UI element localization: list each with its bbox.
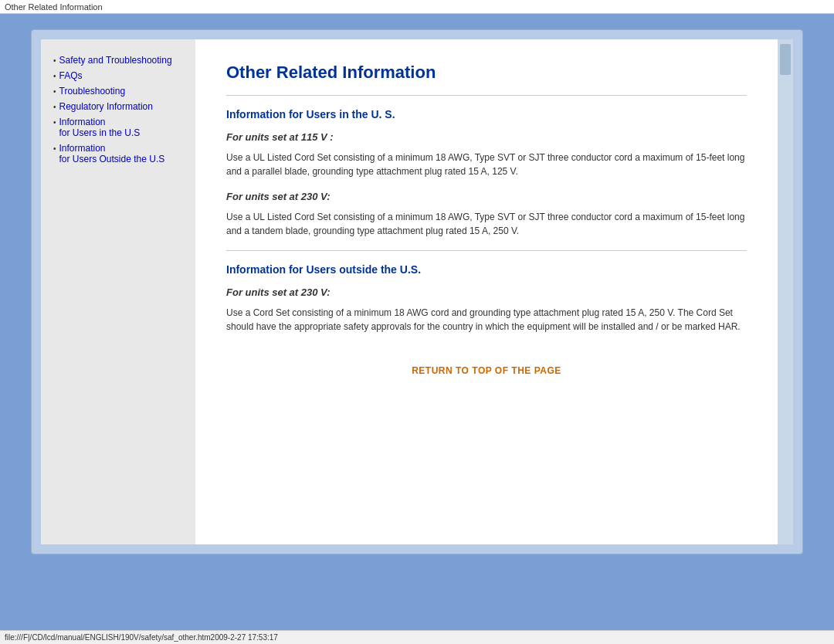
- sidebar-link-troubleshooting[interactable]: Troubleshooting: [59, 86, 126, 97]
- bullet-icon: •: [53, 72, 56, 80]
- section2-sub1-body: Use a Cord Set consisting of a minimum 1…: [226, 306, 747, 334]
- divider-1: [226, 95, 747, 96]
- page-wrapper: • Safety and Troubleshooting • FAQs • Tr…: [0, 14, 834, 601]
- scrollbar-thumb[interactable]: [780, 44, 791, 75]
- bullet-icon: •: [53, 118, 56, 127]
- page-title: Other Related Information: [226, 63, 747, 83]
- content-area: Other Related Information Information fo…: [195, 39, 778, 544]
- section2-title: Information for Users outside the U.S.: [226, 263, 747, 276]
- sidebar-item-troubleshooting: • Troubleshooting: [53, 86, 188, 98]
- sidebar-link-regulatory[interactable]: Regulatory Information: [59, 101, 153, 112]
- bullet-icon: •: [53, 56, 56, 65]
- section1-sub1-heading: For units set at 115 V :: [226, 131, 747, 143]
- title-bar: Other Related Information: [0, 0, 834, 14]
- sidebar-link-info-us[interactable]: Information for Users in the U.S: [59, 117, 141, 138]
- bullet-icon: •: [53, 87, 56, 96]
- sidebar-item-regulatory: • Regulatory Information: [53, 101, 188, 114]
- title-bar-text: Other Related Information: [5, 2, 103, 12]
- section1-sub2-body: Use a UL Listed Cord Set consisting of a…: [226, 210, 747, 238]
- scrollbar-area[interactable]: [778, 39, 793, 544]
- sidebar-item-faqs: • FAQs: [53, 70, 188, 83]
- return-link-container: RETURN TO TOP OF THE PAGE: [226, 357, 747, 376]
- divider-2: [226, 250, 747, 251]
- sidebar: • Safety and Troubleshooting • FAQs • Tr…: [41, 39, 195, 544]
- sidebar-item-safety: • Safety and Troubleshooting: [53, 55, 188, 67]
- sidebar-item-info-outside: • Information for Users Outside the U.S: [53, 143, 188, 166]
- status-bar: file:///F|/CD/lcd/manual/ENGLISH/190V/sa…: [0, 630, 834, 644]
- section2-sub1-heading: For units set at 230 V:: [226, 286, 747, 298]
- sidebar-link-faqs[interactable]: FAQs: [59, 70, 83, 81]
- return-to-top-link[interactable]: RETURN TO TOP OF THE PAGE: [412, 365, 561, 376]
- sidebar-item-info-us: • Information for Users in the U.S: [53, 117, 188, 140]
- bullet-icon: •: [53, 144, 56, 153]
- section1-sub2-heading: For units set at 230 V:: [226, 191, 747, 202]
- status-bar-text: file:///F|/CD/lcd/manual/ENGLISH/190V/sa…: [5, 633, 278, 642]
- section1-title: Information for Users in the U. S.: [226, 108, 747, 120]
- sidebar-link-safety[interactable]: Safety and Troubleshooting: [59, 55, 172, 66]
- outer-container: • Safety and Troubleshooting • FAQs • Tr…: [31, 29, 803, 554]
- sidebar-link-info-outside[interactable]: Information for Users Outside the U.S: [59, 143, 165, 164]
- bullet-icon: •: [53, 103, 56, 111]
- section1-sub1-body: Use a UL Listed Cord Set consisting of a…: [226, 151, 747, 178]
